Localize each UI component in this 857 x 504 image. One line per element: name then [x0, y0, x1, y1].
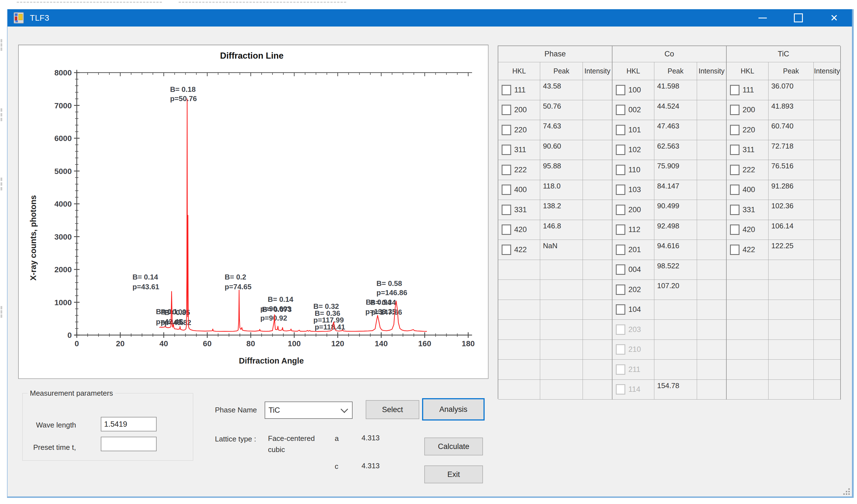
- table-row-hkl-cell[interactable]: 420: [727, 220, 769, 240]
- table-row-intensity-cell[interactable]: [814, 340, 841, 360]
- table-row-hkl-cell[interactable]: 210: [612, 340, 654, 360]
- table-row-intensity-cell[interactable]: [697, 260, 727, 280]
- table-row-peak-cell[interactable]: [540, 280, 583, 300]
- table-row-peak-cell[interactable]: 84.147: [654, 180, 697, 200]
- hkl-checkbox[interactable]: [616, 304, 625, 315]
- table-row-hkl-cell[interactable]: 101: [612, 120, 654, 140]
- hkl-checkbox[interactable]: [616, 145, 625, 155]
- hkl-checkbox[interactable]: [616, 125, 625, 135]
- table-row-intensity-cell[interactable]: [583, 80, 612, 100]
- table-row-peak-cell[interactable]: 44.524: [654, 100, 697, 120]
- hkl-checkbox[interactable]: [616, 105, 625, 115]
- table-row-peak-cell[interactable]: 72.718: [769, 140, 814, 160]
- table-row-intensity-cell[interactable]: [583, 300, 612, 320]
- table-row-intensity-cell[interactable]: [814, 160, 841, 180]
- table-row-intensity-cell[interactable]: [697, 120, 727, 140]
- table-row-intensity-cell[interactable]: [583, 160, 612, 180]
- table-row-peak-cell[interactable]: [540, 380, 583, 400]
- maximize-button[interactable]: [780, 9, 816, 27]
- hkl-checkbox[interactable]: [502, 205, 511, 215]
- table-row-peak-cell[interactable]: [654, 300, 697, 320]
- table-row-intensity-cell[interactable]: [697, 180, 727, 200]
- table-row-intensity-cell[interactable]: [814, 120, 841, 140]
- table-row-peak-cell[interactable]: [769, 280, 814, 300]
- table-row-intensity-cell[interactable]: [814, 320, 841, 340]
- table-row-peak-cell[interactable]: 154.78: [654, 380, 697, 400]
- table-row-peak-cell[interactable]: 102.36: [769, 200, 814, 220]
- preset-time-input[interactable]: [101, 437, 156, 451]
- table-row-intensity-cell[interactable]: [814, 380, 841, 400]
- table-row-peak-cell[interactable]: NaN: [540, 240, 583, 260]
- table-row-intensity-cell[interactable]: [697, 360, 727, 380]
- hkl-checkbox[interactable]: [616, 224, 625, 235]
- hkl-checkbox[interactable]: [502, 185, 511, 195]
- hkl-checkbox[interactable]: [616, 364, 625, 375]
- table-row-intensity-cell[interactable]: [697, 160, 727, 180]
- table-row-hkl-cell[interactable]: 200: [498, 100, 540, 120]
- table-row-peak-cell[interactable]: 60.740: [769, 120, 814, 140]
- table-row-hkl-cell[interactable]: 200: [612, 200, 654, 220]
- hkl-checkbox[interactable]: [730, 105, 739, 115]
- table-row-peak-cell[interactable]: 90.499: [654, 200, 697, 220]
- table-row-peak-cell[interactable]: [540, 340, 583, 360]
- table-row-peak-cell[interactable]: [769, 320, 814, 340]
- table-row-intensity-cell[interactable]: [814, 300, 841, 320]
- table-row-peak-cell[interactable]: 91.286: [769, 180, 814, 200]
- hkl-checkbox[interactable]: [502, 105, 511, 115]
- table-row-hkl-cell[interactable]: 420: [498, 220, 540, 240]
- hkl-checkbox[interactable]: [616, 384, 625, 394]
- table-row-peak-cell[interactable]: [769, 300, 814, 320]
- table-row-hkl-cell[interactable]: 220: [498, 120, 540, 140]
- table-row-hkl-cell[interactable]: 203: [612, 320, 654, 340]
- table-row-intensity-cell[interactable]: [697, 280, 727, 300]
- table-row-hkl-cell[interactable]: 202: [612, 280, 654, 300]
- table-row-peak-cell[interactable]: 92.498: [654, 220, 697, 240]
- phase-name-select[interactable]: TiC: [265, 402, 353, 419]
- table-row-intensity-cell[interactable]: [697, 240, 727, 260]
- table-row-intensity-cell[interactable]: [697, 320, 727, 340]
- table-row-hkl-cell[interactable]: 114: [612, 380, 654, 400]
- hkl-checkbox[interactable]: [616, 205, 625, 215]
- table-row-peak-cell[interactable]: 138.2: [540, 200, 583, 220]
- table-row-peak-cell[interactable]: 95.88: [540, 160, 583, 180]
- table-row-hkl-cell[interactable]: 200: [727, 100, 769, 120]
- table-row-peak-cell[interactable]: 98.522: [654, 260, 697, 280]
- table-row-peak-cell[interactable]: [769, 380, 814, 400]
- table-row-peak-cell[interactable]: 146.8: [540, 220, 583, 240]
- hkl-checkbox[interactable]: [730, 245, 739, 255]
- table-row-intensity-cell[interactable]: [583, 180, 612, 200]
- table-row-intensity-cell[interactable]: [814, 260, 841, 280]
- table-row-intensity-cell[interactable]: [583, 340, 612, 360]
- table-row-intensity-cell[interactable]: [814, 280, 841, 300]
- table-row-peak-cell[interactable]: 122.25: [769, 240, 814, 260]
- table-row-peak-cell[interactable]: 118.0: [540, 180, 583, 200]
- hkl-checkbox[interactable]: [502, 165, 511, 175]
- table-row-peak-cell[interactable]: [769, 260, 814, 280]
- table-row-hkl-cell[interactable]: 422: [727, 240, 769, 260]
- table-row-peak-cell[interactable]: 43.58: [540, 80, 583, 100]
- table-row-peak-cell[interactable]: 106.14: [769, 220, 814, 240]
- table-row-peak-cell[interactable]: [540, 300, 583, 320]
- table-row-hkl-cell[interactable]: 211: [612, 360, 654, 380]
- hkl-checkbox[interactable]: [502, 125, 511, 135]
- table-row-peak-cell[interactable]: [769, 340, 814, 360]
- table-row-peak-cell[interactable]: 47.463: [654, 120, 697, 140]
- table-row-peak-cell[interactable]: [769, 360, 814, 380]
- table-row-hkl-cell[interactable]: 400: [498, 180, 540, 200]
- table-row-peak-cell[interactable]: 76.516: [769, 160, 814, 180]
- table-row-intensity-cell[interactable]: [583, 220, 612, 240]
- table-row-hkl-cell[interactable]: 222: [727, 160, 769, 180]
- table-row-hkl-cell[interactable]: 331: [498, 200, 540, 220]
- table-row-peak-cell[interactable]: [540, 320, 583, 340]
- select-button[interactable]: Select: [366, 400, 419, 419]
- hkl-checkbox[interactable]: [616, 185, 625, 195]
- hkl-checkbox[interactable]: [502, 245, 511, 255]
- hkl-checkbox[interactable]: [730, 145, 739, 155]
- table-row-intensity-cell[interactable]: [814, 220, 841, 240]
- table-row-hkl-cell[interactable]: 201: [612, 240, 654, 260]
- hkl-checkbox[interactable]: [730, 205, 739, 215]
- table-row-intensity-cell[interactable]: [583, 200, 612, 220]
- table-row-intensity-cell[interactable]: [583, 260, 612, 280]
- table-row-hkl-cell[interactable]: 331: [727, 200, 769, 220]
- calculate-button[interactable]: Calculate: [424, 438, 483, 455]
